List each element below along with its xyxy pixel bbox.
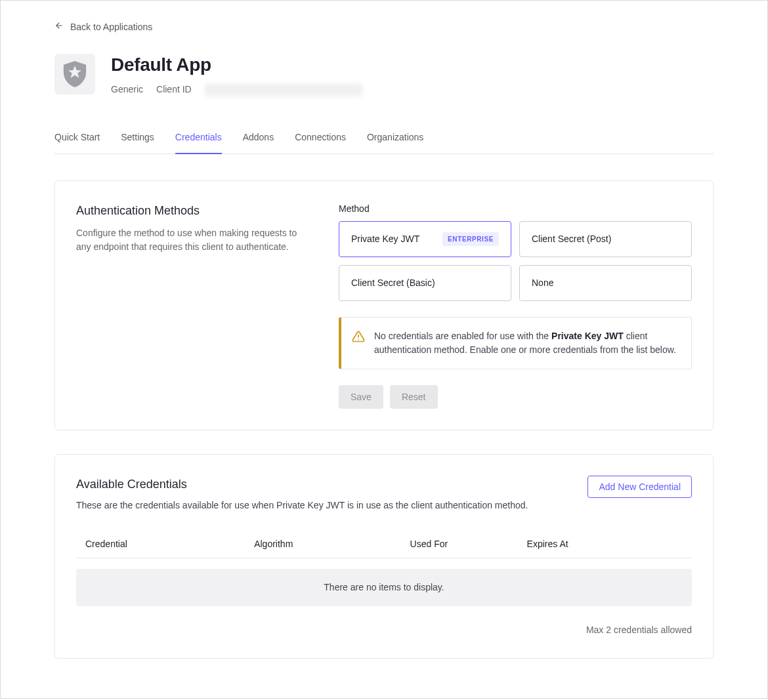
tab-addons[interactable]: Addons bbox=[243, 125, 274, 154]
auth-methods-heading: Authentication Methods bbox=[76, 202, 312, 220]
available-credentials-description: These are the credentials available for … bbox=[76, 499, 528, 512]
method-option-private-key-jwt[interactable]: Private Key JWTENTERPRISE bbox=[339, 221, 511, 257]
col-used-for: Used For bbox=[410, 537, 527, 551]
col-algorithm: Algorithm bbox=[254, 537, 410, 551]
app-logo bbox=[54, 54, 95, 94]
method-option-label: Client Secret (Basic) bbox=[351, 276, 435, 290]
col-expires-at: Expires At bbox=[527, 537, 683, 551]
app-type: Generic bbox=[111, 83, 143, 96]
warning-icon bbox=[352, 329, 365, 357]
tab-quick-start[interactable]: Quick Start bbox=[54, 125, 100, 154]
method-option-client-secret-basic-[interactable]: Client Secret (Basic) bbox=[339, 265, 511, 301]
auth-methods-description: Configure the method to use when making … bbox=[76, 226, 312, 254]
method-option-label: Client Secret (Post) bbox=[532, 232, 611, 246]
arrow-left-icon bbox=[54, 20, 64, 34]
credentials-footer-note: Max 2 credentials allowed bbox=[76, 623, 692, 637]
tabs: Quick StartSettingsCredentialsAddonsConn… bbox=[54, 125, 714, 154]
col-credential: Credential bbox=[85, 537, 254, 551]
method-label: Method bbox=[339, 202, 692, 216]
tab-connections[interactable]: Connections bbox=[295, 125, 346, 154]
client-id-label: Client ID bbox=[156, 83, 192, 96]
method-option-label: Private Key JWT bbox=[351, 232, 419, 246]
alert-text: No credentials are enabled for use with … bbox=[374, 329, 678, 357]
back-to-applications-link[interactable]: Back to Applications bbox=[54, 20, 152, 34]
table-header: Credential Algorithm Used For Expires At bbox=[76, 531, 692, 558]
available-credentials-heading: Available Credentials bbox=[76, 476, 528, 493]
reset-button[interactable]: Reset bbox=[390, 385, 438, 409]
warning-alert: No credentials are enabled for use with … bbox=[339, 317, 692, 369]
tab-credentials[interactable]: Credentials bbox=[175, 125, 222, 154]
tab-settings[interactable]: Settings bbox=[121, 125, 154, 154]
app-title: Default App bbox=[111, 51, 362, 79]
method-option-client-secret-post-[interactable]: Client Secret (Post) bbox=[519, 221, 692, 257]
enterprise-badge: ENTERPRISE bbox=[442, 232, 499, 246]
back-link-label: Back to Applications bbox=[70, 20, 152, 34]
method-option-none[interactable]: None bbox=[519, 265, 692, 301]
method-option-label: None bbox=[532, 276, 553, 290]
tab-organizations[interactable]: Organizations bbox=[367, 125, 423, 154]
table-empty-row: There are no items to display. bbox=[76, 569, 692, 606]
save-button[interactable]: Save bbox=[339, 385, 383, 409]
add-new-credential-button[interactable]: Add New Credential bbox=[587, 476, 692, 498]
client-id-value-redacted bbox=[205, 83, 362, 96]
